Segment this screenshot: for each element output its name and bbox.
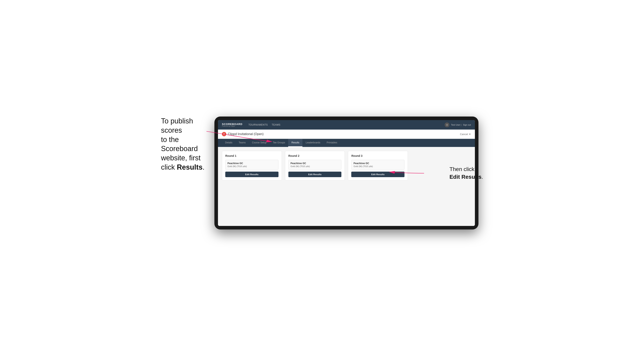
user-name: Test User | (451, 124, 461, 126)
page-wrapper: To publish scores to the Scoreboard webs… (161, 117, 483, 229)
edit-results-button-3[interactable]: Edit Results (351, 172, 404, 177)
tab-leaderboards[interactable]: Leaderboards (302, 139, 324, 147)
round-3-course-details: Gold (M) (7010 yds) (354, 165, 402, 168)
user-avatar: U (445, 122, 450, 127)
round-1-course-card: Peachtree GC Gold (M) (7010 yds) (225, 160, 278, 170)
round-3-course-name: Peachtree GC (354, 162, 402, 165)
round-3-card: Round 3 Peachtree GC Gold (M) (7010 yds)… (348, 151, 408, 180)
nav-user: U Test User | Sign out (445, 122, 471, 127)
round-3-title: Round 3 (351, 154, 404, 158)
app-navbar: SCOREBOARD Powered by clippd TOURNAMENTS… (218, 120, 475, 130)
tournament-title: C Clippd Invitational (Open) (222, 132, 264, 136)
round-1-course-name: Peachtree GC (228, 162, 276, 165)
round-2-course-card: Peachtree GC Gold (M) (7010 yds) (288, 160, 342, 170)
tablet-screen: SCOREBOARD Powered by clippd TOURNAMENTS… (218, 120, 475, 226)
cancel-button[interactable]: Cancel ✕ (460, 133, 471, 136)
close-icon: ✕ (469, 133, 471, 136)
brand-logo: SCOREBOARD Powered by clippd (222, 123, 242, 127)
tablet-shell: SCOREBOARD Powered by clippd TOURNAMENTS… (214, 117, 478, 229)
tab-course-setup[interactable]: Course Setup (249, 139, 270, 147)
round-2-course-details: Gold (M) (7010 yds) (290, 165, 340, 168)
main-content: Round 1 Peachtree GC Gold (M) (7010 yds)… (218, 147, 475, 226)
tab-navigation: Details Teams Course Setup Tee Groups Re… (218, 139, 475, 147)
sign-out-link[interactable]: Sign out (463, 124, 471, 126)
nav-teams[interactable]: TEAMS (272, 123, 280, 127)
instruction-bottom-right: Then clickEdit Results. (450, 165, 483, 181)
round-2-course-name: Peachtree GC (290, 162, 340, 165)
tournament-header: C Clippd Invitational (Open) Cancel ✕ (218, 130, 475, 139)
round-3-course-card: Peachtree GC Gold (M) (7010 yds) (351, 160, 404, 170)
tab-details[interactable]: Details (222, 139, 236, 147)
rounds-grid: Round 1 Peachtree GC Gold (M) (7010 yds)… (222, 151, 471, 180)
brand-name: SCOREBOARD (222, 123, 242, 125)
cancel-label: Cancel (460, 133, 468, 136)
tab-teams[interactable]: Teams (236, 139, 249, 147)
round-1-title: Round 1 (225, 154, 278, 158)
tab-tee-groups[interactable]: Tee Groups (270, 139, 288, 147)
round-2-card: Round 2 Peachtree GC Gold (M) (7010 yds)… (285, 151, 345, 180)
brand-sub: Powered by clippd (222, 125, 242, 127)
nav-tournaments[interactable]: TOURNAMENTS (248, 123, 268, 127)
tournament-name: Clippd Invitational (Open) (228, 132, 264, 136)
round-2-title: Round 2 (288, 154, 342, 158)
instruction-text: To publish scores to the Scoreboard webs… (161, 117, 204, 171)
tournament-icon: C (222, 132, 226, 136)
tab-printables[interactable]: Printables (324, 139, 340, 147)
round-1-card: Round 1 Peachtree GC Gold (M) (7010 yds)… (222, 151, 282, 180)
edit-results-button-2[interactable]: Edit Results (288, 172, 342, 177)
round-1-course-details: Gold (M) (7010 yds) (228, 165, 276, 168)
edit-results-button-1[interactable]: Edit Results (225, 172, 278, 177)
tab-results[interactable]: Results (288, 139, 302, 147)
nav-links: TOURNAMENTS TEAMS (248, 123, 439, 127)
instruction-top-left: To publish scores to the Scoreboard webs… (161, 117, 214, 172)
